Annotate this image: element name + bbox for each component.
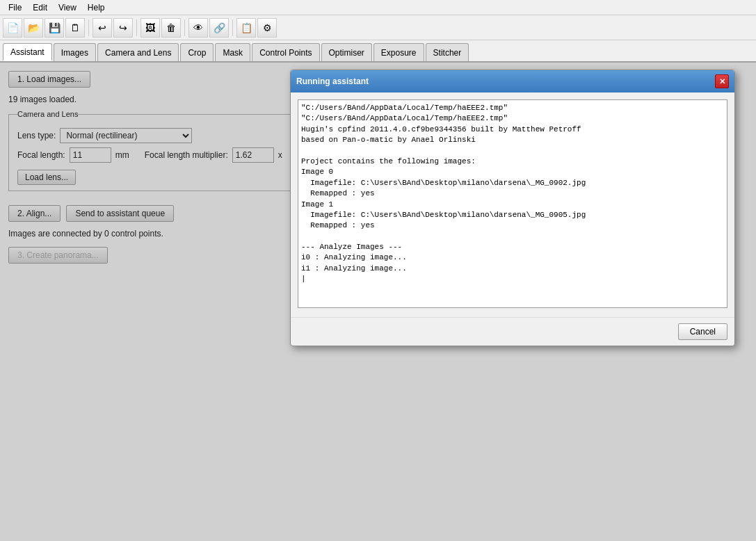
toolbar-sep-3 xyxy=(184,19,185,36)
stitch-btn[interactable]: 🔗 xyxy=(209,18,229,38)
tab-bar: Assistant Images Camera and Lens Crop Ma… xyxy=(0,40,756,63)
add-images-btn[interactable]: 🖼 xyxy=(140,18,160,38)
menu-help[interactable]: Help xyxy=(82,1,111,14)
modal-title: Running assistant xyxy=(296,76,369,86)
toolbar: 📄 📂 💾 🗒 ↩ ↪ 🖼 🗑 👁 🔗 📋 ⚙ xyxy=(0,15,756,40)
save-as-btn[interactable]: 🗒 xyxy=(65,18,85,38)
tab-images[interactable]: Images xyxy=(54,43,96,61)
preview-btn[interactable]: 👁 xyxy=(188,18,208,38)
tab-mask[interactable]: Mask xyxy=(215,43,250,61)
toolbar-sep-2 xyxy=(136,19,137,36)
new-btn[interactable]: 📄 xyxy=(3,18,22,38)
modal-overlay: Running assistant ✕ Cancel xyxy=(0,63,756,541)
toolbar-sep-1 xyxy=(88,19,89,36)
tab-optimiser[interactable]: Optimiser xyxy=(321,43,372,61)
modal-footer: Cancel xyxy=(291,317,734,346)
tab-assistant[interactable]: Assistant xyxy=(3,43,52,61)
toolbar-sep-4 xyxy=(232,19,233,36)
menu-bar: File Edit View Help xyxy=(0,0,756,15)
tab-camera-and-lens[interactable]: Camera and Lens xyxy=(97,43,179,61)
help-btn[interactable]: 📋 xyxy=(236,18,256,38)
tab-stitcher[interactable]: Stitcher xyxy=(426,43,469,61)
tab-exposure[interactable]: Exposure xyxy=(373,43,424,61)
modal-close-button[interactable]: ✕ xyxy=(715,74,729,88)
save-btn[interactable]: 💾 xyxy=(45,18,64,38)
modal-dialog: Running assistant ✕ Cancel xyxy=(290,70,735,346)
open-btn[interactable]: 📂 xyxy=(24,18,43,38)
modal-body xyxy=(291,92,734,317)
log-textarea[interactable] xyxy=(298,99,727,308)
settings-btn[interactable]: ⚙ xyxy=(257,18,277,38)
undo-btn[interactable]: ↩ xyxy=(93,18,112,38)
menu-file[interactable]: File xyxy=(3,1,27,14)
modal-titlebar: Running assistant ✕ xyxy=(291,70,734,92)
tab-control-points[interactable]: Control Points xyxy=(252,43,319,61)
menu-view[interactable]: View xyxy=(53,1,82,14)
redo-btn[interactable]: ↪ xyxy=(113,18,133,38)
cancel-button[interactable]: Cancel xyxy=(678,323,727,340)
remove-images-btn[interactable]: 🗑 xyxy=(161,18,181,38)
tab-crop[interactable]: Crop xyxy=(180,43,214,61)
main-content: 1. Load images... 19 images loaded. Came… xyxy=(0,63,756,541)
menu-edit[interactable]: Edit xyxy=(27,1,53,14)
